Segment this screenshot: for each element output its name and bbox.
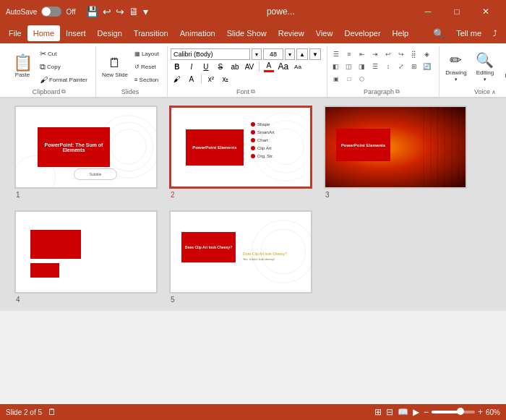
search-icon[interactable]: 🔍 xyxy=(427,25,450,41)
maximize-button[interactable]: □ xyxy=(442,0,471,23)
drawing-label: Drawing xyxy=(445,69,466,76)
font-size-a-button[interactable]: Aa xyxy=(291,61,304,72)
menu-home[interactable]: Home xyxy=(27,25,60,41)
ribbon-group-clipboard: 📋 Paste ✂Cut ⧉Copy 🖌Format Painter Clipb… xyxy=(6,46,96,97)
smart-art-button[interactable]: ◈ xyxy=(421,48,433,60)
slide-thumb-3[interactable]: PowerPoint Elements xyxy=(324,106,467,189)
numbered-list-button[interactable]: ≡ xyxy=(343,48,355,60)
font-name-input[interactable] xyxy=(171,48,250,60)
slide-container-2: PowerPoint Elements Shape SmartArt Chart xyxy=(169,106,312,199)
slide-sorter-icon[interactable]: ⊟ xyxy=(386,407,393,417)
size-decrease-button[interactable]: ▼ xyxy=(309,48,321,60)
copy-button[interactable]: ⧉Copy xyxy=(38,61,90,73)
new-slide-button[interactable]: 🗒 New Slide xyxy=(99,46,131,87)
collapse-ribbon-button[interactable]: ∧ xyxy=(492,89,496,95)
paste-button[interactable]: 📋 Paste xyxy=(9,46,36,87)
menu-animation[interactable]: Animation xyxy=(174,25,221,41)
bullets-button[interactable]: ☰ xyxy=(330,48,342,60)
menu-insert[interactable]: Insert xyxy=(60,25,92,41)
tell-me[interactable]: Tell me xyxy=(450,25,487,41)
list-text-3: Chart xyxy=(257,138,268,142)
para-expand[interactable]: ⧉ xyxy=(395,88,400,95)
font-row3: 🖌 A x² x₂ xyxy=(171,73,321,85)
share-icon[interactable]: ⤴ xyxy=(487,25,503,41)
menu-view[interactable]: View xyxy=(310,25,339,41)
divider2 xyxy=(201,74,202,84)
customize-icon[interactable]: 🖥 xyxy=(129,6,139,17)
menu-slideshow[interactable]: Slide Show xyxy=(221,25,273,41)
superscript-button[interactable]: x₂ xyxy=(219,73,232,85)
menu-design[interactable]: Design xyxy=(92,25,128,41)
align-right-button[interactable]: ◨ xyxy=(356,61,368,72)
clipboard-expand[interactable]: ⧉ xyxy=(61,88,66,95)
ltr-button[interactable]: ↪ xyxy=(395,48,407,60)
drawing-button[interactable]: ✏ Drawing ▾ xyxy=(442,46,470,87)
font-size-aa-button[interactable]: Aa xyxy=(277,61,290,72)
section-button[interactable]: ≡Section xyxy=(132,74,161,86)
normal-view-icon[interactable]: ⊞ xyxy=(374,407,382,417)
autosave-toggle[interactable] xyxy=(41,7,61,17)
decrease-indent-button[interactable]: ⇤ xyxy=(356,48,368,60)
minimize-button[interactable]: ─ xyxy=(413,0,442,23)
strikethrough-button[interactable]: S xyxy=(214,61,227,72)
shape-effects-button[interactable]: ⬡ xyxy=(356,73,368,85)
presenter-view-icon[interactable]: ▶ xyxy=(413,407,419,417)
slide-thumb-2[interactable]: PowerPoint Elements Shape SmartArt Chart xyxy=(169,106,312,189)
zoom-slider[interactable] xyxy=(432,411,475,413)
font-color-a-button[interactable]: A xyxy=(185,73,198,85)
italic-button[interactable]: I xyxy=(185,61,198,72)
dictate-button[interactable]: 🎙 Dictate xyxy=(500,46,506,87)
reset-button[interactable]: ↺Reset xyxy=(132,61,161,73)
dropdown-icon[interactable]: ▾ xyxy=(143,6,148,17)
align-center-button[interactable]: ◫ xyxy=(343,61,355,72)
title-bar-left: AutoSave Off 💾 ↩ ↪ 🖥 ▾ xyxy=(6,6,148,17)
font-expand[interactable]: ⧉ xyxy=(251,88,255,95)
menu-help[interactable]: Help xyxy=(387,25,415,41)
menu-review[interactable]: Review xyxy=(273,25,310,41)
font-size-input[interactable]: 48 xyxy=(263,48,283,60)
align-left-button[interactable]: ◧ xyxy=(330,61,342,72)
char-spacing-button[interactable]: AV xyxy=(243,61,256,72)
shape-fill-button[interactable]: ▣ xyxy=(330,73,342,85)
paragraph-label: Paragraph ⧉ xyxy=(330,87,433,97)
text-direction-button[interactable]: ⤢ xyxy=(395,61,407,72)
rtl-button[interactable]: ↩ xyxy=(382,48,394,60)
slide-thumb-1[interactable]: PowerPoint: The Sum of Elements Subtitle xyxy=(14,106,158,189)
highlight-button[interactable]: 🖌 xyxy=(171,73,184,85)
save-icon[interactable]: 💾 xyxy=(86,6,98,17)
subscript-button[interactable]: x² xyxy=(205,73,218,85)
menu-file[interactable]: File xyxy=(3,25,27,41)
font-color-button[interactable]: A xyxy=(262,61,275,72)
zoom-in-button[interactable]: + xyxy=(478,407,483,417)
undo-icon[interactable]: ↩ xyxy=(103,6,111,17)
bold-button[interactable]: B xyxy=(171,61,184,72)
shape-outline-button[interactable]: □ xyxy=(343,73,355,85)
size-dropdown-button[interactable]: ▾ xyxy=(285,48,295,60)
list-dot-1 xyxy=(251,122,255,127)
underline-button[interactable]: U xyxy=(200,61,213,72)
zoom-out-button[interactable]: − xyxy=(424,407,429,417)
cut-button[interactable]: ✂Cut xyxy=(38,48,90,60)
notes-icon[interactable]: 🗒 xyxy=(48,407,56,417)
menu-transition[interactable]: Transition xyxy=(128,25,174,41)
reading-view-icon[interactable]: 📖 xyxy=(398,407,408,417)
increase-indent-button[interactable]: ⇥ xyxy=(369,48,381,60)
ribbon-group-paragraph: ☰ ≡ ⇤ ⇥ ↩ ↪ ⣿ ◈ ◧ ◫ ◨ ☰ ↕ ⤢ ⊞ 🔄 xyxy=(327,46,439,97)
justify-button[interactable]: ☰ xyxy=(369,61,381,72)
convert-to-smartart-button[interactable]: 🔄 xyxy=(421,61,433,72)
slide-thumb-5[interactable]: Does Clip Art look Cheesy? Does Clip Art… xyxy=(169,210,312,293)
line-spacing-button[interactable]: ↕ xyxy=(382,61,394,72)
align-text-button[interactable]: ⊞ xyxy=(408,61,420,72)
layout-button[interactable]: ▦Layout xyxy=(132,48,161,60)
menu-developer[interactable]: Developer xyxy=(338,25,386,41)
slide-thumb-4[interactable] xyxy=(14,210,158,293)
shadow-button[interactable]: ab xyxy=(228,61,241,72)
close-button[interactable]: ✕ xyxy=(471,0,500,23)
editing-button[interactable]: 🔍 Editing ▾ xyxy=(471,46,499,87)
line3 xyxy=(34,251,38,252)
redo-icon[interactable]: ↪ xyxy=(116,6,124,17)
format-painter-button[interactable]: 🖌Format Painter xyxy=(38,74,90,86)
font-dropdown-button[interactable]: ▾ xyxy=(252,48,262,60)
columns-button[interactable]: ⣿ xyxy=(408,48,420,60)
size-increase-button[interactable]: ▲ xyxy=(296,48,308,60)
